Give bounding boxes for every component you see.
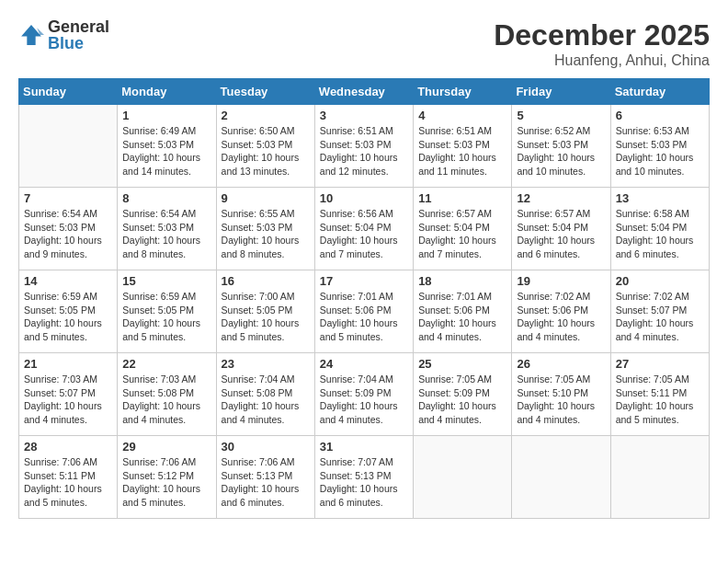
calendar-cell: 7Sunrise: 6:54 AM Sunset: 5:03 PM Daylig…: [19, 188, 118, 270]
calendar-cell: 3Sunrise: 6:51 AM Sunset: 5:03 PM Daylig…: [314, 105, 413, 188]
day-number: 25: [418, 357, 506, 371]
day-number: 31: [320, 440, 408, 454]
day-number: 16: [222, 274, 310, 288]
day-number: 12: [517, 191, 605, 205]
day-info: Sunrise: 6:54 AM Sunset: 5:03 PM Dayligh…: [122, 207, 210, 261]
day-info: Sunrise: 7:05 AM Sunset: 5:10 PM Dayligh…: [517, 373, 605, 427]
day-info: Sunrise: 6:59 AM Sunset: 5:05 PM Dayligh…: [122, 290, 210, 344]
day-info: Sunrise: 7:01 AM Sunset: 5:06 PM Dayligh…: [320, 290, 408, 344]
calendar-cell: [610, 436, 709, 519]
day-info: Sunrise: 7:04 AM Sunset: 5:08 PM Dayligh…: [222, 373, 310, 427]
day-number: 9: [222, 191, 310, 205]
logo-icon: [18, 22, 44, 48]
day-info: Sunrise: 7:06 AM Sunset: 5:11 PM Dayligh…: [24, 455, 112, 510]
day-number: 5: [517, 109, 605, 122]
weekday-header-tuesday: Tuesday: [216, 79, 314, 105]
calendar-cell: 31Sunrise: 7:07 AM Sunset: 5:13 PM Dayli…: [314, 436, 413, 519]
calendar-cell: 1Sunrise: 6:49 AM Sunset: 5:03 PM Daylig…: [118, 105, 216, 188]
day-number: 21: [24, 357, 112, 371]
calendar-table: SundayMondayTuesdayWednesdayThursdayFrid…: [18, 78, 710, 519]
calendar-cell: [512, 436, 610, 519]
day-number: 19: [517, 274, 605, 288]
day-number: 4: [418, 109, 506, 122]
calendar-cell: 11Sunrise: 6:57 AM Sunset: 5:04 PM Dayli…: [414, 188, 512, 270]
calendar-cell: 24Sunrise: 7:04 AM Sunset: 5:09 PM Dayli…: [314, 353, 413, 436]
day-info: Sunrise: 7:00 AM Sunset: 5:05 PM Dayligh…: [222, 290, 310, 344]
day-number: 18: [418, 274, 506, 288]
weekday-header-thursday: Thursday: [414, 79, 512, 105]
day-info: Sunrise: 7:03 AM Sunset: 5:07 PM Dayligh…: [24, 373, 112, 427]
day-info: Sunrise: 6:58 AM Sunset: 5:04 PM Dayligh…: [616, 207, 704, 261]
calendar-cell: 21Sunrise: 7:03 AM Sunset: 5:07 PM Dayli…: [19, 353, 118, 436]
location-title: Huanfeng, Anhui, China: [494, 52, 710, 69]
day-number: 8: [122, 191, 210, 205]
day-info: Sunrise: 7:01 AM Sunset: 5:06 PM Dayligh…: [418, 290, 506, 344]
calendar-cell: 10Sunrise: 6:56 AM Sunset: 5:04 PM Dayli…: [314, 188, 413, 270]
day-info: Sunrise: 6:50 AM Sunset: 5:03 PM Dayligh…: [222, 124, 310, 178]
calendar-cell: 9Sunrise: 6:55 AM Sunset: 5:03 PM Daylig…: [216, 188, 314, 270]
calendar-cell: [19, 105, 118, 188]
day-number: 2: [222, 109, 310, 122]
calendar-cell: 17Sunrise: 7:01 AM Sunset: 5:06 PM Dayli…: [314, 270, 413, 353]
day-info: Sunrise: 6:51 AM Sunset: 5:03 PM Dayligh…: [418, 124, 506, 178]
day-number: 7: [24, 191, 112, 205]
calendar-cell: 23Sunrise: 7:04 AM Sunset: 5:08 PM Dayli…: [216, 353, 314, 436]
calendar-cell: 28Sunrise: 7:06 AM Sunset: 5:11 PM Dayli…: [19, 436, 118, 519]
day-number: 1: [122, 109, 210, 122]
calendar-cell: 18Sunrise: 7:01 AM Sunset: 5:06 PM Dayli…: [414, 270, 512, 353]
calendar-cell: 22Sunrise: 7:03 AM Sunset: 5:08 PM Dayli…: [118, 353, 216, 436]
calendar-week-5: 28Sunrise: 7:06 AM Sunset: 5:11 PM Dayli…: [19, 436, 710, 519]
calendar-cell: 27Sunrise: 7:05 AM Sunset: 5:11 PM Dayli…: [610, 353, 709, 436]
logo-general: General: [48, 18, 109, 35]
weekday-header-saturday: Saturday: [610, 79, 709, 105]
day-info: Sunrise: 6:55 AM Sunset: 5:03 PM Dayligh…: [222, 207, 310, 261]
calendar-cell: 5Sunrise: 6:52 AM Sunset: 5:03 PM Daylig…: [512, 105, 610, 188]
day-info: Sunrise: 7:03 AM Sunset: 5:08 PM Dayligh…: [122, 373, 210, 427]
day-info: Sunrise: 6:53 AM Sunset: 5:03 PM Dayligh…: [616, 124, 704, 178]
calendar-week-1: 1Sunrise: 6:49 AM Sunset: 5:03 PM Daylig…: [19, 105, 710, 188]
day-number: 24: [320, 357, 408, 371]
day-info: Sunrise: 7:06 AM Sunset: 5:12 PM Dayligh…: [122, 455, 210, 510]
day-number: 27: [616, 357, 704, 371]
day-info: Sunrise: 6:54 AM Sunset: 5:03 PM Dayligh…: [24, 207, 112, 261]
title-block: December 2025 Huanfeng, Anhui, China: [494, 18, 710, 69]
calendar-cell: 26Sunrise: 7:05 AM Sunset: 5:10 PM Dayli…: [512, 353, 610, 436]
day-info: Sunrise: 6:57 AM Sunset: 5:04 PM Dayligh…: [517, 207, 605, 261]
day-number: 11: [418, 191, 506, 205]
calendar-cell: 4Sunrise: 6:51 AM Sunset: 5:03 PM Daylig…: [414, 105, 512, 188]
day-info: Sunrise: 6:56 AM Sunset: 5:04 PM Dayligh…: [320, 207, 408, 261]
day-info: Sunrise: 7:05 AM Sunset: 5:11 PM Dayligh…: [616, 373, 704, 427]
day-info: Sunrise: 6:59 AM Sunset: 5:05 PM Dayligh…: [24, 290, 112, 344]
day-number: 6: [616, 109, 704, 122]
svg-marker-0: [21, 25, 41, 45]
calendar-week-4: 21Sunrise: 7:03 AM Sunset: 5:07 PM Dayli…: [19, 353, 710, 436]
month-title: December 2025: [494, 18, 710, 52]
day-info: Sunrise: 7:02 AM Sunset: 5:07 PM Dayligh…: [616, 290, 704, 344]
calendar-cell: 15Sunrise: 6:59 AM Sunset: 5:05 PM Dayli…: [118, 270, 216, 353]
calendar-cell: 19Sunrise: 7:02 AM Sunset: 5:06 PM Dayli…: [512, 270, 610, 353]
day-number: 17: [320, 274, 408, 288]
day-number: 23: [222, 357, 310, 371]
day-info: Sunrise: 6:57 AM Sunset: 5:04 PM Dayligh…: [418, 207, 506, 261]
calendar-cell: 12Sunrise: 6:57 AM Sunset: 5:04 PM Dayli…: [512, 188, 610, 270]
calendar-cell: 30Sunrise: 7:06 AM Sunset: 5:13 PM Dayli…: [216, 436, 314, 519]
calendar-cell: 20Sunrise: 7:02 AM Sunset: 5:07 PM Dayli…: [610, 270, 709, 353]
day-number: 26: [517, 357, 605, 371]
day-number: 28: [24, 440, 112, 454]
day-info: Sunrise: 7:06 AM Sunset: 5:13 PM Dayligh…: [222, 455, 310, 510]
weekday-header-monday: Monday: [118, 79, 216, 105]
day-number: 10: [320, 191, 408, 205]
day-info: Sunrise: 7:02 AM Sunset: 5:06 PM Dayligh…: [517, 290, 605, 344]
logo: General Blue: [18, 18, 109, 52]
day-info: Sunrise: 7:04 AM Sunset: 5:09 PM Dayligh…: [320, 373, 408, 427]
day-number: 3: [320, 109, 408, 122]
calendar-header-row: SundayMondayTuesdayWednesdayThursdayFrid…: [19, 79, 710, 105]
logo-blue: Blue: [48, 35, 109, 52]
day-info: Sunrise: 7:05 AM Sunset: 5:09 PM Dayligh…: [418, 373, 506, 427]
day-info: Sunrise: 6:51 AM Sunset: 5:03 PM Dayligh…: [320, 124, 408, 178]
day-info: Sunrise: 7:07 AM Sunset: 5:13 PM Dayligh…: [320, 455, 408, 510]
day-number: 29: [122, 440, 210, 454]
calendar-cell: 13Sunrise: 6:58 AM Sunset: 5:04 PM Dayli…: [610, 188, 709, 270]
day-info: Sunrise: 6:49 AM Sunset: 5:03 PM Dayligh…: [122, 124, 210, 178]
calendar-cell: 25Sunrise: 7:05 AM Sunset: 5:09 PM Dayli…: [414, 353, 512, 436]
